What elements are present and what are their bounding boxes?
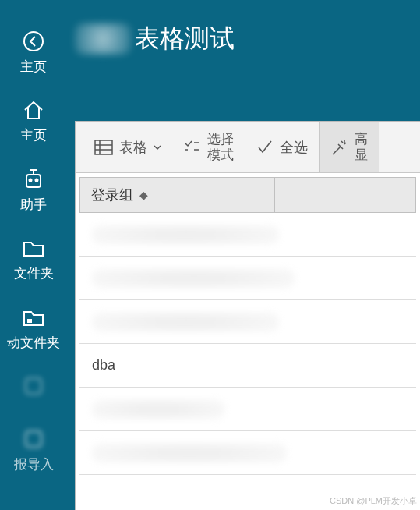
blur-icon <box>20 426 47 452</box>
toolbar-label: 高 <box>355 132 368 147</box>
table-row[interactable] <box>79 431 416 475</box>
sidebar-item-obscured[interactable] <box>0 365 67 412</box>
toolbar: 表格 选择 模式 <box>76 122 420 173</box>
folder-icon <box>20 235 47 261</box>
table-row[interactable]: dba <box>79 344 416 388</box>
panel-left-spacer <box>67 121 75 510</box>
obscured-cell <box>92 443 287 463</box>
sidebar-item-label: 动文件夹 <box>7 335 60 351</box>
svg-rect-5 <box>26 431 41 447</box>
table-header-row: 登录组 ◆ <box>79 177 416 213</box>
title-bar: 表格测试 <box>67 0 420 78</box>
sidebar-item-active-folder[interactable]: 动文件夹 <box>0 296 67 359</box>
sidebar-item-label: 主页 <box>20 59 47 75</box>
sidebar-item-home-back[interactable]: 主页 <box>0 20 67 83</box>
toolbar-label: 表格 <box>119 138 147 157</box>
blur-icon <box>20 373 47 399</box>
obscured-cell <box>92 312 279 332</box>
sidebar-item-home[interactable]: 主页 <box>0 89 67 151</box>
sidebar-item-assistant[interactable]: 助手 <box>0 158 67 221</box>
obscured-cell <box>92 399 224 420</box>
toolbar-label: 全选 <box>280 138 308 157</box>
sidebar-item-import[interactable]: 报导入 <box>0 418 67 480</box>
obscured-cell <box>92 225 279 245</box>
folder-list-icon <box>20 304 47 331</box>
checklist-icon <box>184 139 201 156</box>
flashlight-icon <box>331 139 348 156</box>
main-area: 表格测试 表格 选 <box>67 0 420 510</box>
page-title: 表格测试 <box>135 22 235 56</box>
table-row[interactable] <box>79 388 416 431</box>
cell-value: dba <box>92 357 115 374</box>
sidebar-item-folder[interactable]: 文件夹 <box>0 227 67 289</box>
toolbar-label: 显 <box>355 147 368 163</box>
home-icon <box>20 97 47 123</box>
svg-rect-6 <box>95 140 112 154</box>
column-header-login-group[interactable]: 登录组 ◆ <box>80 178 275 212</box>
sidebar: 主页 主页 助手 文件夹 动文件夹 报导入 <box>0 0 67 510</box>
table-row[interactable] <box>79 213 416 257</box>
column-header-label: 登录组 <box>91 186 133 204</box>
select-all-button[interactable]: 全选 <box>245 122 319 172</box>
sidebar-item-label: 文件夹 <box>14 266 54 282</box>
back-arrow-icon <box>20 28 47 55</box>
svg-rect-1 <box>26 175 41 187</box>
check-icon <box>256 139 274 156</box>
content-panel: 表格 选择 模式 <box>75 121 420 510</box>
highlight-button[interactable]: 高 显 <box>319 122 379 172</box>
svg-point-3 <box>36 179 38 181</box>
sidebar-item-label: 报导入 <box>14 457 54 473</box>
table-view-button[interactable]: 表格 <box>83 122 173 172</box>
svg-point-0 <box>24 32 43 51</box>
toolbar-label: 选择 <box>207 132 234 147</box>
column-header-empty[interactable] <box>275 178 415 212</box>
sidebar-item-label: 主页 <box>20 128 47 143</box>
toolbar-label: 模式 <box>207 147 234 163</box>
watermark: CSDN @PLM开发小卓 <box>330 495 417 507</box>
table-row[interactable] <box>79 300 416 344</box>
table-row[interactable] <box>79 257 416 300</box>
svg-rect-4 <box>26 378 41 394</box>
svg-point-2 <box>30 179 32 181</box>
chevron-down-icon <box>154 144 161 151</box>
table-icon <box>94 139 113 156</box>
select-mode-button[interactable]: 选择 模式 <box>173 122 245 172</box>
sort-icon: ◆ <box>139 189 148 201</box>
robot-icon <box>20 166 47 193</box>
header-spacer <box>67 78 420 121</box>
obscured-cell <box>92 268 295 289</box>
table-container: 登录组 ◆ dba <box>76 173 420 510</box>
title-prefix-obscured <box>75 23 131 55</box>
sidebar-item-label: 助手 <box>20 197 47 213</box>
